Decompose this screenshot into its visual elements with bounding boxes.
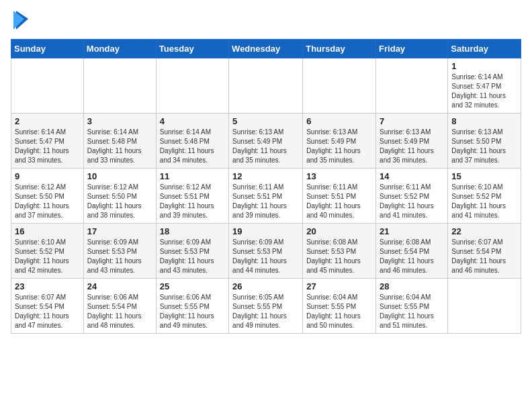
day-info: Sunrise: 6:14 AM Sunset: 5:48 PM Dayligh… xyxy=(87,128,152,165)
day-number: 26 xyxy=(232,281,299,291)
calendar-cell: 8Sunrise: 6:13 AM Sunset: 5:50 PM Daylig… xyxy=(448,113,521,169)
day-info: Sunrise: 6:14 AM Sunset: 5:47 PM Dayligh… xyxy=(15,128,80,165)
day-number: 9 xyxy=(15,171,80,181)
day-number: 22 xyxy=(451,226,517,236)
calendar-cell: 23Sunrise: 6:07 AM Sunset: 5:54 PM Dayli… xyxy=(11,279,84,334)
day-number: 3 xyxy=(87,116,152,126)
calendar-cell: 12Sunrise: 6:11 AM Sunset: 5:51 PM Dayli… xyxy=(229,169,303,224)
day-number: 18 xyxy=(160,226,225,236)
day-number: 11 xyxy=(160,171,225,181)
day-number: 21 xyxy=(380,226,444,236)
calendar-cell: 7Sunrise: 6:13 AM Sunset: 5:49 PM Daylig… xyxy=(376,113,448,169)
calendar-cell: 26Sunrise: 6:05 AM Sunset: 5:55 PM Dayli… xyxy=(229,279,303,334)
day-number: 16 xyxy=(15,226,80,236)
day-number: 7 xyxy=(380,116,444,126)
calendar-cell xyxy=(448,279,521,334)
calendar-cell: 15Sunrise: 6:10 AM Sunset: 5:52 PM Dayli… xyxy=(448,169,521,224)
day-number: 24 xyxy=(87,281,152,291)
calendar-cell: 21Sunrise: 6:08 AM Sunset: 5:54 PM Dayli… xyxy=(376,224,448,279)
calendar-cell: 4Sunrise: 6:14 AM Sunset: 5:48 PM Daylig… xyxy=(156,113,228,169)
calendar-cell xyxy=(376,58,448,113)
day-number: 15 xyxy=(451,171,517,181)
day-info: Sunrise: 6:08 AM Sunset: 5:53 PM Dayligh… xyxy=(306,238,372,275)
calendar-week-row: 9Sunrise: 6:12 AM Sunset: 5:50 PM Daylig… xyxy=(11,169,521,224)
day-number: 27 xyxy=(306,281,372,291)
weekday-header: Monday xyxy=(83,40,156,58)
day-number: 10 xyxy=(87,171,152,181)
weekday-header: Sunday xyxy=(11,40,84,58)
calendar-table: SundayMondayTuesdayWednesdayThursdayFrid… xyxy=(11,39,521,334)
calendar-week-row: 16Sunrise: 6:10 AM Sunset: 5:52 PM Dayli… xyxy=(11,224,521,279)
day-number: 19 xyxy=(232,226,299,236)
day-info: Sunrise: 6:14 AM Sunset: 5:48 PM Dayligh… xyxy=(160,128,225,165)
day-info: Sunrise: 6:13 AM Sunset: 5:50 PM Dayligh… xyxy=(451,128,517,165)
calendar-cell: 27Sunrise: 6:04 AM Sunset: 5:55 PM Dayli… xyxy=(303,279,376,334)
day-info: Sunrise: 6:13 AM Sunset: 5:49 PM Dayligh… xyxy=(380,128,444,165)
day-number: 4 xyxy=(160,116,225,126)
day-info: Sunrise: 6:04 AM Sunset: 5:55 PM Dayligh… xyxy=(306,293,372,330)
day-number: 23 xyxy=(15,281,80,291)
weekday-header: Saturday xyxy=(448,40,521,58)
calendar-cell: 19Sunrise: 6:09 AM Sunset: 5:53 PM Dayli… xyxy=(229,224,303,279)
calendar-cell xyxy=(229,58,303,113)
calendar-cell: 6Sunrise: 6:13 AM Sunset: 5:49 PM Daylig… xyxy=(303,113,376,169)
day-info: Sunrise: 6:09 AM Sunset: 5:53 PM Dayligh… xyxy=(160,238,225,275)
calendar-cell: 3Sunrise: 6:14 AM Sunset: 5:48 PM Daylig… xyxy=(83,113,156,169)
logo xyxy=(11,11,28,31)
calendar-cell xyxy=(11,58,84,113)
day-info: Sunrise: 6:06 AM Sunset: 5:55 PM Dayligh… xyxy=(160,293,225,330)
day-info: Sunrise: 6:09 AM Sunset: 5:53 PM Dayligh… xyxy=(87,238,152,275)
calendar-cell: 13Sunrise: 6:11 AM Sunset: 5:51 PM Dayli… xyxy=(303,169,376,224)
day-number: 5 xyxy=(232,116,299,126)
calendar-week-row: 2Sunrise: 6:14 AM Sunset: 5:47 PM Daylig… xyxy=(11,113,521,169)
day-info: Sunrise: 6:06 AM Sunset: 5:54 PM Dayligh… xyxy=(87,293,152,330)
day-info: Sunrise: 6:07 AM Sunset: 5:54 PM Dayligh… xyxy=(451,238,517,275)
calendar-cell: 9Sunrise: 6:12 AM Sunset: 5:50 PM Daylig… xyxy=(11,169,84,224)
day-info: Sunrise: 6:09 AM Sunset: 5:53 PM Dayligh… xyxy=(232,238,299,275)
calendar-cell: 1Sunrise: 6:14 AM Sunset: 5:47 PM Daylig… xyxy=(448,58,521,113)
weekday-header: Tuesday xyxy=(156,40,228,58)
calendar-cell xyxy=(156,58,228,113)
calendar-cell: 25Sunrise: 6:06 AM Sunset: 5:55 PM Dayli… xyxy=(156,279,228,334)
day-info: Sunrise: 6:11 AM Sunset: 5:51 PM Dayligh… xyxy=(306,183,372,220)
calendar-body: 1Sunrise: 6:14 AM Sunset: 5:47 PM Daylig… xyxy=(11,58,521,334)
day-number: 28 xyxy=(380,281,444,291)
calendar-cell: 18Sunrise: 6:09 AM Sunset: 5:53 PM Dayli… xyxy=(156,224,228,279)
day-number: 12 xyxy=(232,171,299,181)
day-number: 8 xyxy=(451,116,517,126)
day-info: Sunrise: 6:07 AM Sunset: 5:54 PM Dayligh… xyxy=(15,293,80,330)
day-number: 6 xyxy=(306,116,372,126)
day-info: Sunrise: 6:13 AM Sunset: 5:49 PM Dayligh… xyxy=(306,128,372,165)
calendar-cell xyxy=(83,58,156,113)
day-info: Sunrise: 6:04 AM Sunset: 5:55 PM Dayligh… xyxy=(380,293,444,330)
page-header xyxy=(11,11,521,31)
day-number: 20 xyxy=(306,226,372,236)
calendar-cell: 11Sunrise: 6:12 AM Sunset: 5:51 PM Dayli… xyxy=(156,169,228,224)
logo-icon xyxy=(13,11,28,30)
calendar-cell: 5Sunrise: 6:13 AM Sunset: 5:49 PM Daylig… xyxy=(229,113,303,169)
day-info: Sunrise: 6:10 AM Sunset: 5:52 PM Dayligh… xyxy=(15,238,80,275)
calendar-cell: 16Sunrise: 6:10 AM Sunset: 5:52 PM Dayli… xyxy=(11,224,84,279)
calendar-cell: 20Sunrise: 6:08 AM Sunset: 5:53 PM Dayli… xyxy=(303,224,376,279)
day-info: Sunrise: 6:12 AM Sunset: 5:50 PM Dayligh… xyxy=(87,183,152,220)
day-info: Sunrise: 6:10 AM Sunset: 5:52 PM Dayligh… xyxy=(451,183,517,220)
calendar-cell: 17Sunrise: 6:09 AM Sunset: 5:53 PM Dayli… xyxy=(83,224,156,279)
day-number: 1 xyxy=(451,61,517,71)
weekday-header: Wednesday xyxy=(229,40,303,58)
weekday-header: Friday xyxy=(376,40,448,58)
calendar-week-row: 1Sunrise: 6:14 AM Sunset: 5:47 PM Daylig… xyxy=(11,58,521,113)
calendar-week-row: 23Sunrise: 6:07 AM Sunset: 5:54 PM Dayli… xyxy=(11,279,521,334)
day-number: 2 xyxy=(15,116,80,126)
day-info: Sunrise: 6:11 AM Sunset: 5:52 PM Dayligh… xyxy=(380,183,444,220)
day-info: Sunrise: 6:12 AM Sunset: 5:50 PM Dayligh… xyxy=(15,183,80,220)
day-number: 14 xyxy=(380,171,444,181)
calendar-cell: 22Sunrise: 6:07 AM Sunset: 5:54 PM Dayli… xyxy=(448,224,521,279)
calendar-header-row: SundayMondayTuesdayWednesdayThursdayFrid… xyxy=(11,40,521,58)
day-info: Sunrise: 6:12 AM Sunset: 5:51 PM Dayligh… xyxy=(160,183,225,220)
calendar-cell xyxy=(303,58,376,113)
calendar-cell: 14Sunrise: 6:11 AM Sunset: 5:52 PM Dayli… xyxy=(376,169,448,224)
calendar-cell: 28Sunrise: 6:04 AM Sunset: 5:55 PM Dayli… xyxy=(376,279,448,334)
day-number: 13 xyxy=(306,171,372,181)
day-info: Sunrise: 6:11 AM Sunset: 5:51 PM Dayligh… xyxy=(232,183,299,220)
calendar-cell: 2Sunrise: 6:14 AM Sunset: 5:47 PM Daylig… xyxy=(11,113,84,169)
